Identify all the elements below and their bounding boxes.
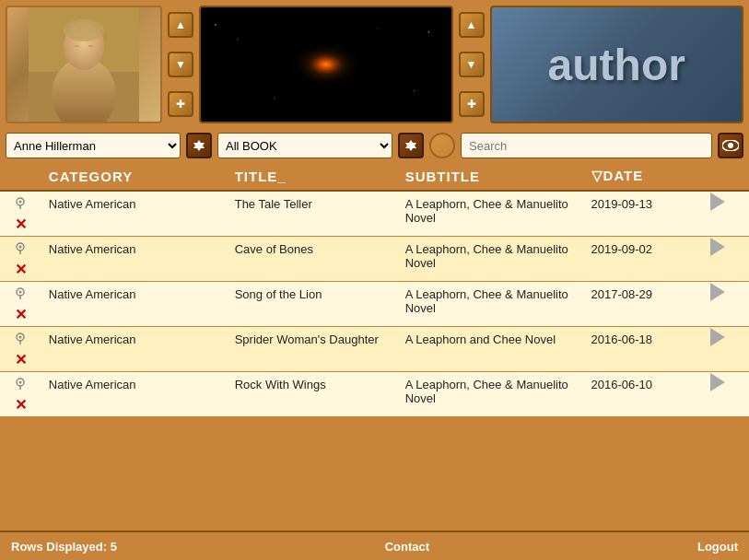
play-button[interactable] (708, 372, 728, 392)
play-button[interactable] (708, 282, 728, 302)
eye-icon (722, 140, 739, 151)
play-icon (710, 373, 725, 391)
book-select[interactable]: All BOOK (217, 133, 392, 158)
book-table: CATEGORY TITLE_ SUBTITLE ▽DATE ✕ Native … (0, 162, 749, 417)
logout-button[interactable]: Logout (697, 540, 738, 554)
row-date: 2017-08-29 (584, 282, 708, 327)
row-actions: ✕ (0, 372, 41, 416)
svg-point-10 (237, 39, 238, 40)
row-title[interactable]: Sprider Woman's Daughter (228, 327, 398, 372)
nav-up-right-button[interactable]: ▲ (459, 12, 485, 38)
galaxy-image (201, 7, 451, 122)
contact-link[interactable]: Contact (385, 540, 429, 554)
svg-point-8 (267, 28, 385, 101)
row-play-cell (708, 372, 749, 417)
nav-arrows-right: ▲ ▼ ✚ (457, 6, 486, 123)
author-silhouette-icon (29, 7, 139, 122)
center-image (199, 6, 453, 123)
svg-point-12 (414, 90, 415, 91)
nav-up-button[interactable]: ▲ (168, 12, 193, 38)
col-subtitle[interactable]: SUBTITLE (398, 162, 584, 191)
col-category[interactable]: CATEGORY (41, 162, 228, 191)
sort-icon (193, 139, 205, 152)
row-subtitle: A Leaphorn, Chee & Manuelito Novel (398, 237, 584, 282)
svg-point-34 (19, 336, 22, 339)
svg-point-9 (215, 24, 217, 26)
row-title[interactable]: Song of the Lion (228, 282, 398, 327)
row-category: Native American (41, 237, 228, 282)
book-table-container: CATEGORY TITLE_ SUBTITLE ▽DATE ✕ Native … (0, 162, 749, 531)
row-pin-icon[interactable] (12, 195, 29, 212)
row-subtitle: A Leaphorn, Chee & Manuelito Novel (398, 191, 584, 237)
row-pin-icon[interactable] (12, 331, 29, 347)
author-photo (6, 6, 162, 123)
svg-marker-36 (710, 328, 725, 346)
pin-icon (14, 197, 27, 210)
circle-button[interactable] (429, 133, 455, 158)
row-title[interactable]: Rock With Wings (228, 372, 398, 417)
col-title[interactable]: TITLE_ (228, 162, 398, 191)
row-play-cell (708, 237, 749, 282)
svg-point-14 (377, 28, 378, 29)
pin-icon (14, 287, 27, 300)
svg-point-38 (19, 381, 22, 384)
author-sort-button[interactable] (186, 133, 212, 158)
row-delete-icon[interactable]: ✕ (12, 351, 29, 368)
table-row: ✕ Native AmericanSong of the LionA Leaph… (0, 282, 749, 327)
svg-point-22 (19, 201, 22, 204)
row-category: Native American (41, 282, 228, 327)
search-input[interactable] (461, 133, 712, 158)
book-sort-button[interactable] (398, 133, 424, 158)
row-actions: ✕ (0, 282, 41, 326)
play-button[interactable] (708, 327, 728, 347)
row-title[interactable]: The Tale Teller (228, 191, 398, 237)
play-icon (710, 238, 725, 256)
author-select[interactable]: Anne Hillerman (6, 133, 181, 158)
svg-point-30 (19, 291, 22, 294)
author-title: author (548, 40, 685, 90)
eye-button[interactable] (718, 133, 743, 158)
row-action-cell: ✕ (0, 327, 41, 372)
play-icon (710, 283, 725, 301)
nav-add-right-button[interactable]: ✚ (459, 91, 485, 117)
row-action-cell: ✕ (0, 372, 41, 417)
row-delete-icon[interactable]: ✕ (12, 216, 29, 232)
col-date[interactable]: ▽DATE (584, 162, 708, 191)
row-date: 2016-06-10 (584, 372, 708, 417)
table-header-row: CATEGORY TITLE_ SUBTITLE ▽DATE (0, 162, 749, 191)
svg-point-11 (428, 31, 430, 33)
row-actions: ✕ (0, 192, 41, 236)
toolbar: Anne Hillerman All BOOK (0, 129, 749, 162)
svg-point-26 (19, 246, 22, 249)
row-delete-icon[interactable]: ✕ (12, 396, 29, 413)
row-title[interactable]: Cave of Bones (228, 237, 398, 282)
play-icon (710, 328, 725, 346)
col-actions (0, 162, 41, 191)
row-play-cell (708, 327, 749, 372)
row-pin-icon[interactable] (12, 240, 29, 257)
row-actions: ✕ (0, 237, 41, 281)
row-subtitle: A Leaphorn, Chee & Manuelito Novel (398, 282, 584, 327)
rows-displayed: Rows Displayed: 5 (11, 540, 117, 554)
row-date: 2019-09-02 (584, 237, 708, 282)
row-date: 2016-06-18 (584, 327, 708, 372)
row-delete-icon[interactable]: ✕ (12, 261, 29, 277)
row-action-cell: ✕ (0, 282, 41, 327)
table-row: ✕ Native AmericanCave of BonesA Leaphorn… (0, 237, 749, 282)
svg-marker-28 (710, 238, 725, 256)
pin-icon (14, 378, 27, 391)
row-pin-icon[interactable] (12, 286, 29, 302)
row-pin-icon[interactable] (12, 376, 29, 392)
table-body: ✕ Native AmericanThe Tale TellerA Leapho… (0, 191, 749, 417)
sort-icon-2 (404, 139, 417, 152)
nav-down-right-button[interactable]: ▼ (459, 52, 485, 77)
table-row: ✕ Native AmericanSprider Woman's Daughte… (0, 327, 749, 372)
nav-down-button[interactable]: ▼ (168, 52, 193, 77)
status-bar: Rows Displayed: 5 Contact Logout (0, 531, 749, 560)
nav-add-button[interactable]: ✚ (168, 91, 193, 117)
row-delete-icon[interactable]: ✕ (12, 306, 29, 322)
play-icon (710, 192, 725, 211)
play-button[interactable] (708, 237, 728, 257)
pin-icon (14, 332, 27, 345)
play-button[interactable] (708, 192, 728, 212)
